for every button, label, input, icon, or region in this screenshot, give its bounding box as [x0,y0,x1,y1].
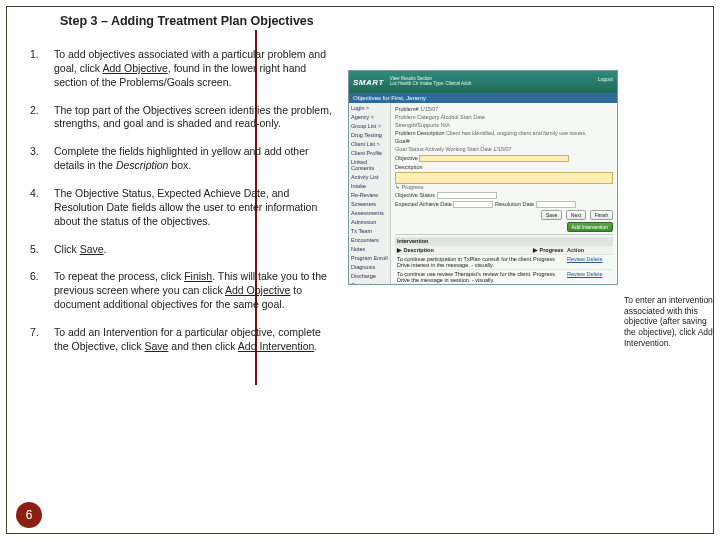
sidebar-item[interactable]: Consent [351,282,388,285]
step-number: 7. [30,326,54,354]
sidebar-item[interactable]: Group List > [351,123,388,129]
step-text: The top part of the Objectives screen id… [54,104,338,132]
sidebar-item[interactable]: Admission [351,219,388,225]
sidebar-item[interactable]: Re-Review [351,192,388,198]
sidebar-item[interactable]: Client List > [351,141,388,147]
logout-link[interactable]: Logout [598,76,613,82]
step-item: 4.The Objective Status, Expected Achieve… [30,187,338,229]
sidebar-item[interactable]: Agency > [351,114,388,120]
intervention-actions[interactable]: Review Delete [567,271,611,283]
intervention-row: To continue participation in TxPlan cons… [395,254,613,269]
sidebar-item[interactable]: Linked Consents [351,159,388,171]
step-item: 3.Complete the fields highlighted in yel… [30,145,338,173]
step-item: 5.Click Save. [30,243,338,257]
sidebar: Login >Agency >Group List >Drug TestingC… [349,103,391,284]
screenshot-caption: To enter an intervention associated with… [624,295,716,348]
step-item: 1.To add objectives associated with a pa… [30,48,338,90]
problem-category: Problem Category Alcohol Start Date [395,114,613,120]
expected-date-input[interactable] [453,201,493,208]
expected-date-label: Expected Achieve Date [395,201,452,207]
app-screenshot: SMART View Results Section Loc Health Ct… [348,70,618,285]
problem-desc-label: Problem Description [395,130,445,136]
intervention-row: To continue use review Therapist's revie… [395,269,613,284]
step-number: 5. [30,243,54,257]
step-text: To repeat the process, click Finish. Thi… [54,270,338,312]
step-number: 6. [30,270,54,312]
intervention-progress: Progress [533,271,567,283]
step-text: Complete the fields highlighted in yello… [54,145,338,173]
steps-list: 1.To add objectives associated with a pa… [30,48,338,368]
app-logo: SMART [353,78,384,87]
step-item: 6.To repeat the process, click Finish. T… [30,270,338,312]
page-number-badge: 6 [16,502,42,528]
step-number: 2. [30,104,54,132]
goal-label: Goal# [395,138,410,144]
app-banner: SMART View Results Section Loc Health Ct… [349,71,617,93]
step-item: 2.The top part of the Objectives screen … [30,104,338,132]
sidebar-item[interactable]: Notes [351,246,388,252]
step-text: Click Save. [54,243,338,257]
app-meta: View Results Section Loc Health Ctr Inta… [390,77,471,87]
resolution-date-input[interactable] [536,201,576,208]
step-text: To add objectives associated with a part… [54,48,338,90]
col-description: ▶ Description [397,247,533,253]
objective-status-label: Objective Status [395,192,435,198]
sidebar-item[interactable]: Program Enroll [351,255,388,261]
step-item: 7.To add an Intervention for a particula… [30,326,338,354]
finish-button[interactable]: Finish [590,210,613,220]
col-progress: ▶ Progress [533,247,567,253]
intervention-progress: Progress [533,256,567,268]
step-number: 1. [30,48,54,90]
intervention-heading: Intervention [397,238,428,244]
next-button[interactable]: Next [566,210,586,220]
sidebar-item[interactable]: Screeners [351,201,388,207]
add-intervention-button[interactable]: Add Intervention [567,222,613,232]
intervention-rows: To continue participation in TxPlan cons… [395,254,613,284]
objective-status-input[interactable] [437,192,497,199]
panel-title: Objectives for First, Jeremy [349,93,617,103]
progress-label: ↳ Progress [395,184,613,190]
sidebar-item[interactable]: Login > [351,105,388,111]
sidebar-item[interactable]: Discharge [351,273,388,279]
intervention-actions[interactable]: Review Delete [567,256,611,268]
save-button[interactable]: Save [541,210,562,220]
resolution-date-label: Resolution Date [495,201,534,207]
sidebar-item[interactable]: Drug Testing [351,132,388,138]
problem-label: Problem# [395,106,419,112]
step-text: To add an Intervention for a particular … [54,326,338,354]
sidebar-item[interactable]: Intake [351,183,388,189]
sidebar-item[interactable]: Encounters [351,237,388,243]
sidebar-item[interactable]: Diagnosis [351,264,388,270]
step-number: 3. [30,145,54,173]
sidebar-item[interactable]: Assessments [351,210,388,216]
goal-status: Goal Status Actively Working Start Date … [395,146,613,152]
problem-strength: Strength/Supports N/A [395,122,613,128]
description-label: Description [395,164,423,170]
objective-label: Objective [395,155,418,161]
sidebar-item[interactable]: Client Profile [351,150,388,156]
page-title: Step 3 – Adding Treatment Plan Objective… [60,14,314,28]
step-text: The Objective Status, Expected Achieve D… [54,187,338,229]
sidebar-item[interactable]: Tx Team [351,228,388,234]
intervention-desc: To continue use review Therapist's revie… [397,271,533,283]
description-textarea[interactable] [395,172,613,184]
step-number: 4. [30,187,54,229]
intervention-desc: To continue participation in TxPlan cons… [397,256,533,268]
main-panel: Problem# 1/15/07 Problem Category Alcoho… [391,103,617,284]
intervention-section: Intervention ▶ Description ▶ Progress Ac… [395,234,613,284]
sidebar-item[interactable]: Activity List [351,174,388,180]
objective-input[interactable] [419,155,569,162]
col-action: Action [567,247,611,253]
